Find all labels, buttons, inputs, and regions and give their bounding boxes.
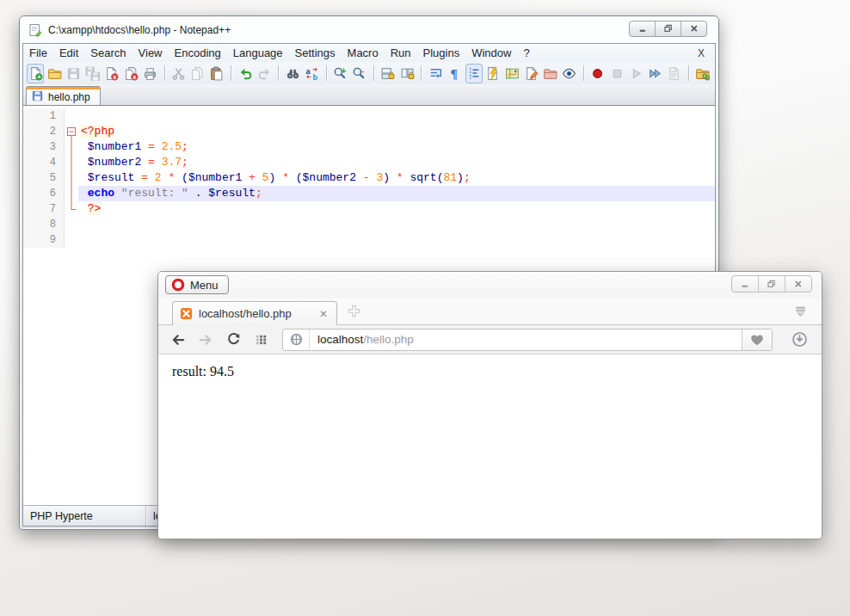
code-text[interactable]: $result = 2 * ($number1 + 5) * ($number2…: [78, 170, 715, 186]
line-number[interactable]: 6: [23, 186, 65, 201]
close-all-documents-button[interactable]: x: [122, 64, 139, 83]
line-number[interactable]: 3: [23, 139, 65, 155]
copy-button[interactable]: [189, 64, 206, 83]
find-button[interactable]: [284, 64, 301, 83]
code-text[interactable]: [78, 108, 715, 124]
synchronize-vertical-scrolling-button[interactable]: [379, 64, 397, 83]
menu-item-window[interactable]: Window: [465, 46, 517, 59]
opera-window: Menu localhost/hello.php ✕: [157, 271, 822, 539]
code-text[interactable]: [78, 232, 715, 248]
document-switcher-button[interactable]: [542, 64, 559, 83]
menu-item-run[interactable]: Run: [385, 46, 417, 59]
tab-close-icon[interactable]: ✕: [317, 308, 330, 320]
zoom-in-button[interactable]: +: [332, 64, 349, 83]
opera-restore-button[interactable]: [758, 276, 785, 292]
tab-menu-icon[interactable]: [793, 304, 808, 318]
opera-menu-button[interactable]: Menu: [165, 275, 229, 294]
macro-record-button[interactable]: [589, 64, 607, 83]
menubar-close-document-button[interactable]: X: [687, 47, 715, 59]
opera-tab-localhost[interactable]: localhost/hello.php ✕: [172, 301, 337, 325]
menu-item-edit[interactable]: Edit: [53, 46, 84, 59]
menu-item-help[interactable]: ?: [517, 46, 535, 59]
opera-close-button[interactable]: [785, 276, 811, 292]
print-button[interactable]: [141, 64, 158, 83]
menu-item-language[interactable]: Language: [227, 46, 289, 59]
close-document-button[interactable]: x: [103, 64, 120, 83]
code-line-1: 1: [23, 108, 715, 124]
forward-button[interactable]: [196, 330, 215, 349]
menu-item-settings[interactable]: Settings: [289, 46, 342, 59]
document-map-button[interactable]: [503, 64, 520, 83]
php-output-text: result: 94.5: [172, 364, 234, 379]
tab-hello-php[interactable]: hello.php: [26, 86, 101, 105]
user-define-dialog-button[interactable]: [522, 64, 539, 83]
fold-margin: [65, 217, 78, 232]
file-monitoring-button[interactable]: [561, 64, 578, 83]
code-line-6: 6 echo "result: " . $result;: [23, 186, 715, 201]
macro-play-button[interactable]: [627, 64, 644, 83]
bookmark-heart-button[interactable]: [742, 330, 772, 350]
menu-item-encoding[interactable]: Encoding: [169, 46, 227, 59]
code-text[interactable]: ?>: [78, 201, 715, 217]
code-text[interactable]: echo "result: " . $result;: [78, 186, 715, 201]
menu-item-view[interactable]: View: [132, 46, 169, 59]
notepadpp-titlebar[interactable]: C:\xampp\htdocs\hello.php - Notepad++: [22, 16, 716, 43]
code-text[interactable]: <?php: [78, 124, 715, 139]
line-number[interactable]: 4: [23, 155, 65, 170]
open-file-button[interactable]: [46, 64, 63, 83]
zoom-out-button[interactable]: -: [351, 64, 368, 83]
menu-item-plugins[interactable]: Plugins: [417, 46, 466, 59]
opera-minimize-button[interactable]: [732, 276, 758, 292]
line-number[interactable]: 1: [23, 108, 65, 124]
site-badge-icon[interactable]: [283, 330, 310, 350]
redo-button[interactable]: [256, 64, 273, 83]
minimize-button[interactable]: [630, 22, 655, 36]
opera-titlebar[interactable]: Menu: [158, 272, 822, 298]
fold-margin: [65, 108, 78, 124]
new-tab-button[interactable]: [348, 305, 360, 317]
show-indent-guide-button[interactable]: [465, 64, 483, 83]
word-wrap-button[interactable]: [427, 64, 444, 83]
menu-item-macro[interactable]: Macro: [342, 46, 385, 59]
speed-dial-icon[interactable]: [251, 330, 270, 349]
code-line-3: 3 $number1 = 2.5;: [23, 139, 715, 155]
address-bar[interactable]: localhost/hello.php: [282, 329, 773, 351]
line-number[interactable]: 8: [23, 217, 65, 232]
menu-item-search[interactable]: Search: [84, 46, 132, 59]
menu-item-file[interactable]: File: [23, 46, 53, 59]
line-number[interactable]: 2: [23, 124, 65, 139]
macro-stop-button[interactable]: [608, 64, 625, 83]
macro-save-button[interactable]: [666, 64, 683, 83]
replace-button[interactable]: ab: [303, 64, 320, 83]
macro-run-multiple-button[interactable]: [646, 64, 663, 83]
code-text[interactable]: $number2 = 3.7;: [78, 155, 715, 170]
show-all-characters-button[interactable]: ¶: [446, 64, 463, 83]
opera-tab-title: localhost/hello.php: [199, 307, 311, 320]
code-text[interactable]: [78, 217, 715, 232]
back-button[interactable]: [169, 330, 188, 349]
notepad-tabbar: hello.php: [23, 84, 715, 105]
opera-toolbar: localhost/hello.php: [158, 325, 822, 354]
reload-button[interactable]: [224, 330, 243, 349]
fold-marker[interactable]: [65, 124, 78, 139]
close-button[interactable]: [681, 22, 706, 36]
undo-button[interactable]: [237, 64, 254, 83]
line-number[interactable]: 9: [23, 232, 65, 248]
line-number[interactable]: 7: [23, 201, 65, 217]
download-button[interactable]: [787, 328, 811, 352]
svg-text:+: +: [37, 73, 41, 81]
open-containing-folder-button[interactable]: [694, 64, 711, 83]
save-button[interactable]: [65, 64, 82, 83]
synchronize-horizontal-scrolling-button[interactable]: [398, 64, 416, 83]
restore-button[interactable]: [655, 22, 681, 36]
new-file-button[interactable]: +: [27, 64, 44, 83]
function-completion-button[interactable]: [484, 64, 502, 83]
url-text[interactable]: localhost/hello.php: [310, 333, 414, 346]
paste-button[interactable]: [208, 64, 225, 83]
code-text[interactable]: $number1 = 2.5;: [78, 139, 715, 155]
fold-marker: [65, 186, 78, 201]
line-number[interactable]: 5: [23, 170, 65, 186]
cut-button[interactable]: [169, 64, 187, 83]
save-all-button[interactable]: [84, 64, 102, 83]
notepadpp-logo-icon: [28, 23, 42, 37]
